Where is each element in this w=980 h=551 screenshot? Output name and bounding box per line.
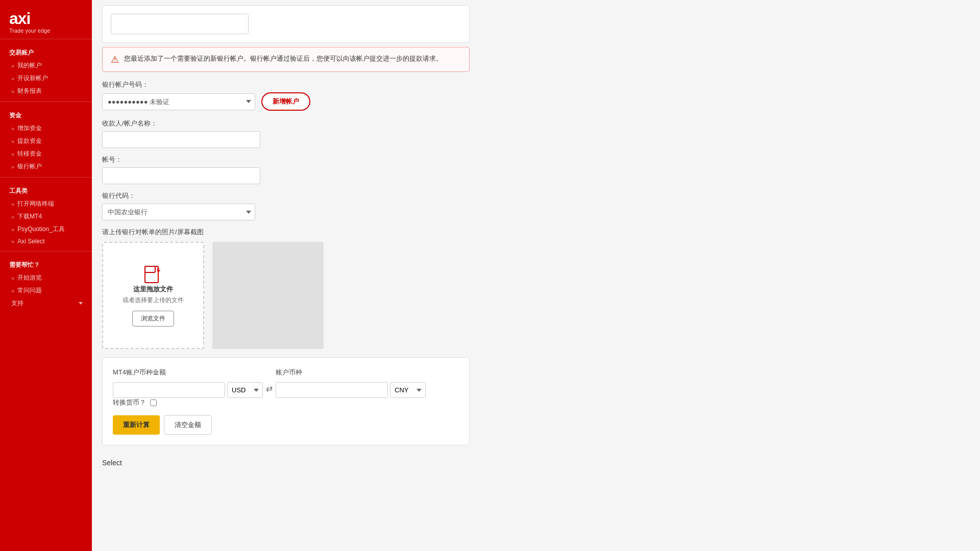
upload-section: 请上传银行对帐单的照片/屏幕截图 这里拖放文件 或者选择要上传的文件 浏览文件 — [102, 228, 470, 349]
usd-currency-wrapper: USD — [227, 382, 263, 398]
account-currency-row: CNY — [276, 382, 426, 398]
sidebar-item-newaccount[interactable]: 开设新帐户 — [0, 72, 92, 85]
browse-button[interactable]: 浏览文件 — [132, 311, 174, 327]
account-currency-input[interactable] — [276, 382, 388, 398]
account-number-input[interactable] — [102, 167, 260, 184]
sidebar-item-tour[interactable]: 开始游览 — [0, 271, 92, 284]
recipient-name-group: 收款人/帐户名称： — [102, 119, 470, 148]
alert-banner: ⚠ 您最近添加了一个需要验证的新银行帐户。银行帐户通过验证后，您便可以向该帐户提… — [102, 47, 470, 72]
swap-icon[interactable]: ⇄ — [266, 384, 273, 393]
section-title-tools: 工具类 — [0, 182, 92, 197]
upload-preview — [212, 242, 324, 349]
chevron-down-icon — [79, 302, 83, 305]
sidebar-logo-area: axi Trade your edge — [0, 0, 92, 39]
sidebar-item-withdraw[interactable]: 提款资金 — [0, 135, 92, 147]
sidebar-item-webterminal[interactable]: 打开网络终端 — [0, 197, 92, 210]
upload-or-text: 或者选择要上传的文件 — [122, 296, 184, 305]
new-account-button[interactable]: 新增帐户 — [261, 92, 310, 111]
conversion-inputs-row: MT4账户币种金额 USD ⇄ — [113, 368, 459, 398]
main-content: ⚠ 您最近添加了一个需要验证的新银行帐户。银行帐户通过验证后，您便可以向该帐户提… — [92, 0, 980, 551]
upload-drop-text: 这里拖放文件 — [133, 285, 173, 294]
sidebar-divider-2 — [0, 177, 92, 178]
top-card-image — [111, 14, 249, 34]
section-title-trading: 交易账户 — [0, 43, 92, 59]
alert-text: 您最近添加了一个需要验证的新银行帐户。银行帐户通过验证后，您便可以向该帐户提交进… — [124, 54, 443, 64]
sidebar-support-label: 支持 — [11, 299, 23, 308]
mt4-amount-row: USD — [113, 382, 263, 398]
upload-area-container: 这里拖放文件 或者选择要上传的文件 浏览文件 — [102, 242, 470, 349]
logo-axi: axi — [9, 10, 83, 27]
sidebar-item-transfer[interactable]: 转移资金 — [0, 147, 92, 160]
logo-tagline: Trade your edge — [9, 28, 83, 34]
recalc-button[interactable]: 重新计算 — [113, 415, 160, 435]
convert-checkbox[interactable] — [150, 399, 157, 406]
account-number-group: 帐号： — [102, 155, 470, 184]
bank-account-field-row: ●●●●●●●●●● 未验证 新增帐户 — [102, 92, 470, 111]
mt4-amount-input[interactable] — [113, 382, 225, 398]
upload-label: 请上传银行对帐单的照片/屏幕截图 — [102, 228, 470, 237]
bank-account-select-wrapper: ●●●●●●●●●● 未验证 — [102, 93, 255, 110]
bank-code-group: 银行代码： 中国农业银行 — [102, 191, 470, 220]
sidebar-divider-1 — [0, 102, 92, 102]
alert-icon: ⚠ — [111, 54, 119, 65]
bank-account-select[interactable]: ●●●●●●●●●● 未验证 — [102, 93, 255, 110]
sidebar-item-addfunds[interactable]: 增加资金 — [0, 122, 92, 135]
upload-file-icon — [143, 264, 163, 285]
sidebar-item-psyquotion[interactable]: PsyQuotion_工具 — [0, 223, 92, 236]
sidebar-divider-3 — [0, 251, 92, 252]
sidebar-item-faq[interactable]: 常问问题 — [0, 284, 92, 297]
sidebar-item-axiselect[interactable]: Axi Select — [0, 236, 92, 247]
mt4-amount-group: MT4账户币种金额 USD — [113, 368, 263, 398]
sidebar-item-myaccount[interactable]: 我的帐户 — [0, 59, 92, 72]
svg-rect-1 — [145, 266, 155, 272]
cny-currency-wrapper: CNY — [390, 382, 426, 398]
svg-rect-0 — [145, 266, 158, 283]
recipient-name-input[interactable] — [102, 131, 260, 148]
select-label-bottom: Select — [102, 454, 470, 472]
cny-currency-select[interactable]: CNY — [390, 382, 426, 398]
section-title-help: 需要帮忙？ — [0, 256, 92, 271]
upload-drop-zone[interactable]: 这里拖放文件 或者选择要上传的文件 浏览文件 — [102, 242, 204, 349]
account-currency-label: 账户币种 — [276, 368, 426, 377]
sidebar: axi Trade your edge 交易账户 我的帐户 开设新帐户 财务报表… — [0, 0, 92, 551]
convert-label: 转换货币？ — [113, 398, 146, 407]
bank-code-select-wrapper: 中国农业银行 — [102, 204, 255, 220]
bank-account-row: 银行帐户号码： ●●●●●●●●●● 未验证 新增帐户 — [102, 80, 470, 111]
bank-code-label: 银行代码： — [102, 191, 470, 201]
sidebar-item-bankaccount[interactable]: 银行帐户 — [0, 160, 92, 173]
svg-rect-2 — [157, 268, 160, 271]
account-number-label: 帐号： — [102, 155, 470, 164]
bank-code-select[interactable]: 中国农业银行 — [102, 204, 255, 220]
sidebar-item-downloadmt4[interactable]: 下载MT4 — [0, 210, 92, 223]
recipient-name-label: 收款人/帐户名称： — [102, 119, 470, 128]
mt4-amount-label: MT4账户币种金额 — [113, 368, 263, 377]
bank-account-label: 银行帐户号码： — [102, 80, 470, 89]
clear-button[interactable]: 清空金额 — [164, 415, 212, 435]
usd-currency-select[interactable]: USD — [227, 382, 263, 398]
account-currency-group: 账户币种 CNY — [276, 368, 426, 398]
section-title-funds: 资金 — [0, 106, 92, 122]
content-area: ⚠ 您最近添加了一个需要验证的新银行帐户。银行帐户通过验证后，您便可以向该帐户提… — [92, 0, 480, 487]
sidebar-item-statements[interactable]: 财务报表 — [0, 85, 92, 97]
convert-checkbox-row: 转换货币？ — [113, 398, 459, 407]
swap-icon-container: ⇄ — [266, 384, 273, 393]
conversion-section: MT4账户币种金额 USD ⇄ — [102, 357, 470, 445]
top-card — [102, 5, 470, 43]
action-buttons: 重新计算 清空金额 — [113, 415, 459, 435]
sidebar-support-row[interactable]: 支持 — [0, 297, 92, 310]
